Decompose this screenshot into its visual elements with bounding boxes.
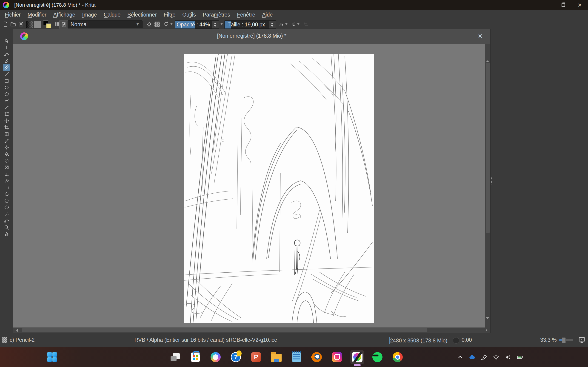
menu-paramètres[interactable]: Paramètres (199, 12, 234, 18)
tool-rect-select[interactable] (4, 184, 10, 190)
opacity-spinbox[interactable]: Opacité : 44% (175, 20, 219, 29)
menu-calque[interactable]: Calque (100, 12, 124, 18)
canvas-area[interactable]: [Non enregistré] (178,8 Mio) * × (13, 29, 490, 333)
taskbar-app-store[interactable] (188, 350, 202, 364)
onedrive-icon[interactable] (467, 350, 477, 364)
tool-line[interactable] (4, 71, 10, 77)
chevron-down-icon[interactable] (220, 23, 223, 26)
taskbar-app-notepad[interactable] (290, 350, 303, 364)
mirror-vertical-button[interactable] (290, 21, 296, 27)
eraser-mode-button[interactable] (146, 21, 152, 27)
reload-preset-button[interactable] (163, 21, 169, 27)
horizontal-scrollbar-thumb[interactable] (22, 328, 427, 332)
tool-crop[interactable] (4, 125, 10, 130)
horizontal-scrollbar[interactable] (13, 327, 490, 333)
gradient-chooser[interactable] (26, 21, 33, 28)
menu-outils[interactable]: Outils (179, 12, 199, 18)
background-color[interactable] (46, 24, 51, 28)
minimize-button[interactable] (538, 0, 555, 10)
tool-ellipse-select[interactable] (4, 191, 10, 197)
taskbar-app-instagram[interactable] (330, 350, 344, 364)
mirror-horizontal-button[interactable] (278, 21, 284, 27)
vertical-scrollbar[interactable] (485, 44, 490, 327)
wifi-icon[interactable] (491, 350, 501, 364)
menu-aide[interactable]: Aide (259, 12, 276, 18)
tool-polyline[interactable] (4, 98, 10, 104)
chevron-down-icon[interactable] (170, 23, 173, 26)
battery-icon[interactable] (515, 350, 525, 364)
tool-reference-images[interactable] (4, 178, 10, 184)
fit-to-screen-icon[interactable] (578, 336, 586, 344)
document-size-field[interactable]: 2480 x 3508 (178,8 Mio) (388, 336, 449, 345)
tool-ellipse[interactable] (4, 84, 10, 91)
restore-button[interactable] (555, 0, 571, 10)
menu-fenêtre[interactable]: Fenêtre (234, 12, 259, 18)
tool-select-shapes[interactable] (4, 38, 10, 44)
tool-transform[interactable] (4, 111, 10, 117)
rotation-icon[interactable] (453, 337, 459, 343)
tool-polygon[interactable] (4, 91, 10, 97)
chevron-down-icon[interactable] (285, 23, 288, 26)
taskbar-app-chrome[interactable] (391, 350, 405, 364)
brush-preset-chip[interactable] (2, 337, 7, 343)
zoom-slider-handle[interactable] (562, 337, 566, 343)
tool-measure[interactable] (4, 171, 10, 177)
tool-smart-patch[interactable] (4, 144, 10, 150)
chevron-down-icon[interactable] (297, 23, 300, 26)
vertical-scrollbar-thumb[interactable] (486, 63, 490, 233)
tool-dynamic-brush[interactable] (4, 105, 10, 110)
tool-fill[interactable] (4, 151, 10, 157)
taskbar-app-taskview[interactable] (168, 350, 182, 364)
menu-image[interactable]: Image (79, 12, 100, 18)
pattern-chooser[interactable] (34, 21, 41, 28)
trim-canvas-button[interactable] (303, 21, 309, 27)
tool-color-sampler[interactable] (4, 138, 10, 144)
preserve-alpha-button[interactable] (154, 22, 160, 27)
tool-zoom[interactable] (4, 224, 10, 230)
taskbar-app-powerpoint[interactable]: P (249, 350, 263, 364)
taskbar-app-copilot[interactable] (209, 350, 222, 364)
new-document-button[interactable] (2, 21, 8, 27)
menu-affichage[interactable]: Affichage (50, 12, 79, 18)
size-spinner[interactable] (269, 21, 276, 28)
dock-splitter[interactable] (491, 177, 492, 185)
tool-pan[interactable] (4, 231, 10, 237)
start-button[interactable] (45, 350, 59, 364)
tool-freehand-brush[interactable] (4, 65, 10, 70)
menu-filtre[interactable]: Filtre (160, 12, 179, 18)
tool-gradient[interactable] (4, 131, 10, 137)
tool-mesh-transform[interactable] (4, 164, 10, 170)
close-document-icon[interactable]: × (478, 32, 483, 41)
pen-icon[interactable] (479, 350, 489, 364)
tool-move[interactable] (4, 118, 10, 124)
open-document-button[interactable] (10, 21, 16, 27)
opacity-spinner[interactable] (212, 21, 219, 28)
zoom-slider[interactable] (559, 339, 573, 341)
tool-text[interactable] (4, 45, 10, 50)
menu-sélectionner[interactable]: Sélectionner (124, 12, 160, 18)
tray-chevron-icon[interactable] (455, 350, 465, 364)
canvas-page[interactable] (184, 54, 374, 323)
close-button[interactable]: × (571, 0, 588, 10)
size-spinbox[interactable]: Taille : 19,00 px (224, 20, 276, 29)
tool-freehand-select[interactable] (4, 204, 10, 210)
menu-modifier[interactable]: Modifier (24, 12, 50, 18)
tool-calligraphy[interactable] (4, 58, 10, 64)
save-button[interactable] (18, 21, 24, 27)
tool-bezier-select[interactable] (4, 218, 10, 224)
taskbar-app-krita[interactable] (350, 350, 364, 364)
foreground-background-colors[interactable] (43, 20, 51, 28)
taskbar-app-explorer[interactable] (269, 350, 283, 364)
menu-fichier[interactable]: Fichier (1, 12, 24, 18)
edit-brush-settings-button[interactable] (59, 20, 68, 29)
tool-edit-shapes[interactable] (4, 51, 10, 57)
taskbar-app-blender[interactable] (310, 350, 324, 364)
volume-icon[interactable] (503, 350, 513, 364)
tool-rectangle[interactable] (4, 78, 10, 84)
tool-enclose-fill[interactable] (4, 158, 10, 164)
tool-polygon-select[interactable] (4, 198, 10, 204)
taskbar-app-spotify[interactable] (371, 350, 384, 364)
blending-mode-dropdown[interactable]: Normal ▼ (68, 20, 143, 28)
tool-similar-select[interactable] (4, 211, 10, 217)
taskbar-app-question[interactable]: ? (229, 350, 243, 364)
